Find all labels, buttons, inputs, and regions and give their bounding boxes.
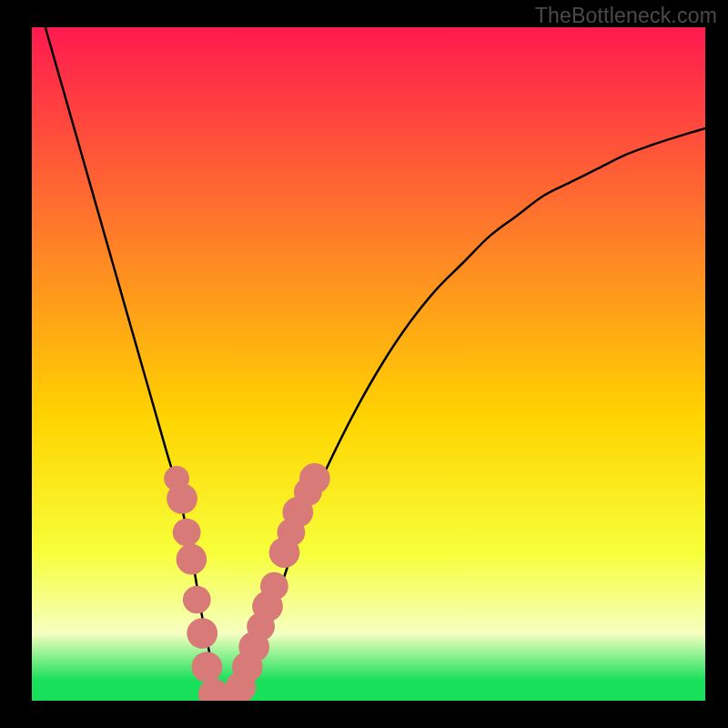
curve-marker (177, 544, 207, 575)
curve-layer (32, 27, 705, 701)
curve-marker (183, 586, 211, 614)
curve-markers (164, 463, 329, 701)
watermark-text: TheBottleneck.com (535, 4, 717, 28)
bottleneck-curve (46, 27, 705, 701)
chart-frame: TheBottleneck.com (0, 0, 728, 728)
curve-marker (260, 572, 288, 601)
curve-marker (173, 519, 201, 547)
curve-marker (299, 463, 330, 494)
plot-area (32, 27, 705, 701)
curve-marker (187, 618, 217, 649)
curve-marker (192, 652, 223, 682)
curve-marker (167, 483, 197, 514)
